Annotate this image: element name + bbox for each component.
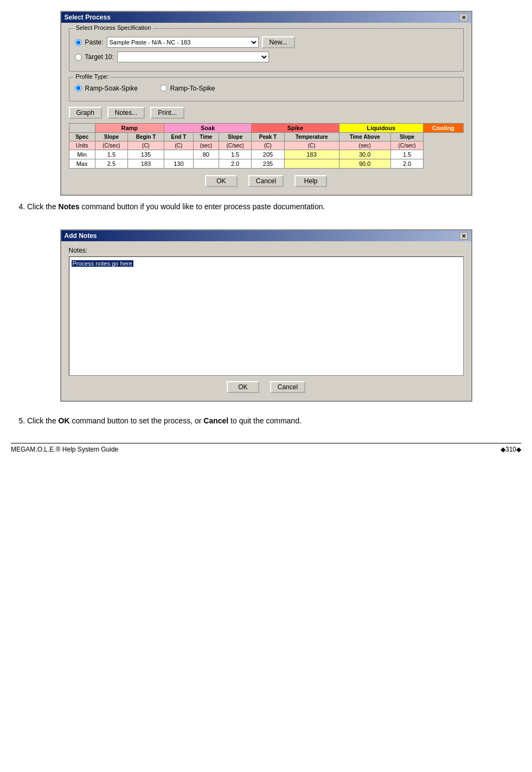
step-list: Click the Notes command button if you wo… bbox=[11, 201, 521, 213]
select-process-body: Select Process Specification Paste: Samp… bbox=[61, 23, 471, 195]
profile-type-group: Profile Type: Ramp-Soak-Spike Ramp-To-Sp… bbox=[69, 77, 464, 101]
paste-row: Paste: Sample Paste - N/A - NC - 183 New… bbox=[75, 36, 458, 48]
add-notes-dialog: Add Notes ✕ Notes: Process notes go here… bbox=[60, 229, 472, 402]
close-icon[interactable]: ✕ bbox=[459, 14, 468, 21]
spec-group-label: Select Process Specification bbox=[74, 24, 153, 31]
ok-button[interactable]: OK bbox=[205, 175, 238, 187]
row-min-begin-t: 135 bbox=[128, 150, 164, 159]
target-row: Target 10: bbox=[75, 52, 458, 62]
profile-radio-row: Ramp-Soak-Spike Ramp-To-Spike bbox=[75, 84, 458, 92]
row-min-temperature: 183 bbox=[284, 150, 339, 159]
units-c2: (C) bbox=[164, 141, 193, 150]
table-header-liquidous: Liquidous bbox=[339, 124, 424, 133]
row-min-time-above: 30.0 bbox=[339, 150, 390, 159]
units-c1: (C) bbox=[128, 141, 164, 150]
subheader-peak-t: Peak T bbox=[252, 133, 284, 141]
row-max-slope3: 2.0 bbox=[390, 159, 423, 169]
row-min-peak-t: 205 bbox=[252, 150, 284, 159]
select-process-title: Select Process bbox=[65, 14, 111, 21]
add-notes-ok-button[interactable]: OK bbox=[227, 381, 259, 393]
graph-button[interactable]: Graph bbox=[69, 107, 102, 119]
target-dropdown[interactable] bbox=[117, 52, 269, 62]
select-process-titlebar: Select Process ✕ bbox=[61, 12, 471, 23]
row-min-slope2: 1.5 bbox=[219, 150, 251, 159]
step5-cancel-bold: Cancel bbox=[203, 416, 228, 425]
subheader-spec: Spec bbox=[69, 133, 95, 141]
row-max-slope2: 2.0 bbox=[219, 159, 251, 169]
process-table: Ramp Soak Spike Liquidous Cooling Spec S… bbox=[69, 123, 464, 169]
row-max-end-t: 130 bbox=[164, 159, 193, 169]
add-notes-cancel-button[interactable]: Cancel bbox=[270, 381, 305, 393]
ramp-to-spike-label: Ramp-To-Spike bbox=[170, 85, 215, 92]
spec-group: Select Process Specification Paste: Samp… bbox=[69, 28, 464, 72]
step4-notes-bold: Notes bbox=[59, 202, 80, 211]
row-max-label: Max bbox=[69, 159, 95, 169]
row-min-slope: 1.5 bbox=[95, 150, 127, 159]
subheader-begin-t: Begin T bbox=[128, 133, 164, 141]
table-header-soak: Soak bbox=[164, 124, 251, 133]
step5-ok-bold: OK bbox=[59, 416, 70, 425]
table-row-max: Max 2.5 183 130 2.0 235 90.0 2.0 bbox=[69, 159, 463, 169]
target-label: Target 10: bbox=[85, 53, 114, 61]
notes-placeholder-text: Process notes go here bbox=[72, 260, 133, 267]
ramp-to-spike-radio[interactable] bbox=[160, 85, 167, 92]
toolbar-buttons: Graph Notes... Print... bbox=[69, 107, 464, 119]
table-header-ramp: Ramp bbox=[95, 124, 164, 133]
units-sec2: (sec) bbox=[339, 141, 390, 150]
subheader-temperature: Temperature bbox=[284, 133, 339, 141]
row-min-end-t bbox=[164, 150, 193, 159]
ramp-soak-spike-label: Ramp-Soak-Spike bbox=[85, 85, 138, 92]
page-footer: MEGAM.O.L.E.® Help System Guide ◆310◆ bbox=[11, 443, 521, 453]
subheader-end-t: End T bbox=[164, 133, 193, 141]
subheader-slope2: Slope bbox=[219, 133, 251, 141]
step-4: Click the Notes command button if you wo… bbox=[27, 201, 521, 213]
row-max-time bbox=[193, 159, 219, 169]
add-notes-buttons: OK Cancel bbox=[69, 381, 464, 393]
step-5: Click the OK command button to set the p… bbox=[27, 415, 521, 427]
profile-type-label: Profile Type: bbox=[74, 73, 111, 80]
row-min-slope3: 1.5 bbox=[390, 150, 423, 159]
units-csec1: (C/sec) bbox=[95, 141, 127, 150]
cancel-button[interactable]: Cancel bbox=[248, 175, 284, 187]
row-max-peak-t: 235 bbox=[252, 159, 284, 169]
row-min-time: 80 bbox=[193, 150, 219, 159]
units-label: Units bbox=[69, 141, 95, 150]
step5-list: Click the OK command button to set the p… bbox=[11, 415, 521, 427]
row-max-temperature bbox=[284, 159, 339, 169]
table-row-min: Min 1.5 135 80 1.5 205 183 30.0 1.5 bbox=[69, 150, 463, 159]
units-c3: (C) bbox=[252, 141, 284, 150]
paste-dropdown[interactable]: Sample Paste - N/A - NC - 183 bbox=[107, 37, 259, 48]
row-min-label: Min bbox=[69, 150, 95, 159]
notes-label: Notes: bbox=[69, 247, 464, 254]
units-csec2: (C/sec) bbox=[219, 141, 251, 150]
print-button[interactable]: Print... bbox=[150, 107, 184, 119]
units-csec3: (C/sec) bbox=[390, 141, 423, 150]
paste-radio[interactable] bbox=[75, 39, 82, 46]
new-button[interactable]: New... bbox=[262, 36, 295, 48]
table-header-cooling: Cooling bbox=[424, 124, 463, 133]
bottom-buttons: OK Cancel Help bbox=[69, 175, 464, 187]
table-header-empty bbox=[69, 124, 95, 133]
ramp-soak-spike-radio[interactable] bbox=[75, 85, 82, 92]
subheader-slope1: Slope bbox=[95, 133, 127, 141]
notes-textarea-container[interactable]: Process notes go here bbox=[69, 256, 464, 376]
units-c4: (C) bbox=[284, 141, 339, 150]
add-notes-close-icon[interactable]: ✕ bbox=[459, 232, 468, 240]
table-header-spike: Spike bbox=[252, 124, 339, 133]
paste-label: Paste: bbox=[85, 38, 104, 46]
row-max-time-above: 90.0 bbox=[339, 159, 390, 169]
target-radio[interactable] bbox=[75, 54, 82, 61]
select-process-dialog: Select Process ✕ Select Process Specific… bbox=[60, 11, 472, 196]
subheader-slope3: Slope bbox=[390, 133, 423, 141]
footer-right: ◆310◆ bbox=[501, 446, 521, 453]
add-notes-titlebar: Add Notes ✕ bbox=[61, 230, 471, 241]
row-max-begin-t: 183 bbox=[128, 159, 164, 169]
subheader-time: Time bbox=[193, 133, 219, 141]
units-sec: (sec) bbox=[193, 141, 219, 150]
row-max-slope: 2.5 bbox=[95, 159, 127, 169]
add-notes-title: Add Notes bbox=[65, 232, 97, 240]
footer-left: MEGAM.O.L.E.® Help System Guide bbox=[11, 446, 118, 453]
help-button[interactable]: Help bbox=[294, 175, 327, 187]
subheader-time-above: Time Above bbox=[339, 133, 390, 141]
notes-button[interactable]: Notes... bbox=[107, 107, 145, 119]
